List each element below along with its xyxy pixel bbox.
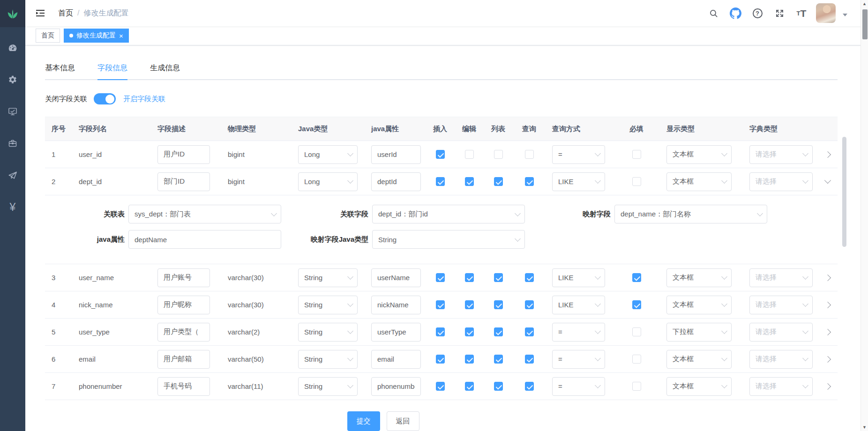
query-checkbox[interactable] [525,300,534,309]
java-type-select[interactable]: String [298,323,358,342]
page-scrollbar[interactable] [861,0,868,431]
mapping-java-type-select[interactable]: String [372,230,525,249]
user-avatar[interactable] [816,3,836,23]
toolbox-icon[interactable] [0,127,25,159]
required-checkbox[interactable] [632,355,641,364]
submit-button[interactable]: 提交 [347,411,380,431]
column-desc-input[interactable] [157,268,210,287]
required-checkbox[interactable] [632,177,641,186]
toggle-active-label[interactable]: 开启字段关联 [123,95,165,104]
tab-gen-info[interactable]: 生成信息 [150,59,180,79]
query-way-select[interactable]: LIKE [552,296,605,314]
tag-home[interactable]: 首页 [36,29,60,43]
java-attr-input[interactable] [371,350,421,369]
scroll-up-arrow-icon[interactable] [861,1,868,6]
expand-row-icon[interactable] [824,274,831,281]
edit-checkbox[interactable] [465,355,474,364]
expand-row-icon[interactable] [824,301,831,308]
list-checkbox[interactable] [494,355,503,364]
query-way-select[interactable]: LIKE [552,172,605,191]
font-size-icon[interactable]: TT [794,5,809,21]
required-checkbox[interactable] [632,150,641,159]
edit-checkbox[interactable] [465,177,474,186]
java-type-select[interactable]: String [298,268,358,287]
java-attr-input[interactable] [371,377,421,396]
breadcrumb-home[interactable]: 首页 [58,8,73,18]
java-attr-input[interactable] [371,145,421,164]
dict-type-select[interactable]: 请选择 [749,350,813,369]
insert-checkbox[interactable] [436,355,445,364]
search-icon[interactable] [706,5,721,21]
tag-close-icon[interactable] [119,32,123,39]
java-type-select[interactable]: String [298,296,358,314]
field-relation-switch[interactable] [94,93,116,104]
edit-checkbox[interactable] [465,327,474,336]
insert-checkbox[interactable] [436,300,445,309]
tag-edit-gen-config[interactable]: 修改生成配置 [64,29,129,43]
collapse-row-icon[interactable] [824,177,831,184]
display-type-select[interactable]: 文本框 [666,350,732,369]
column-desc-input[interactable] [157,350,210,369]
display-type-select[interactable]: 文本框 [666,296,732,314]
query-way-select[interactable]: = [552,323,605,342]
dict-type-select[interactable]: 请选择 [749,268,813,287]
query-way-select[interactable]: LIKE [552,268,605,287]
query-way-select[interactable]: = [552,145,605,164]
java-type-select[interactable]: String [298,377,358,396]
help-icon[interactable] [750,5,765,21]
edit-checkbox[interactable] [465,273,474,282]
dict-type-select[interactable]: 请选择 [749,172,813,191]
java-attr-input[interactable] [371,296,421,314]
mapping-field-select[interactable]: dept_name：部门名称 [614,205,767,223]
query-way-select[interactable]: = [552,377,605,396]
edit-checkbox[interactable] [465,150,474,159]
edit-checkbox[interactable] [465,382,474,391]
display-type-select[interactable]: 文本框 [666,145,732,164]
query-way-select[interactable]: = [552,350,605,369]
yen-icon[interactable] [0,191,25,223]
page-scrollbar-thumb[interactable] [862,9,868,39]
mapping-java-attr-input[interactable] [128,230,281,249]
column-desc-input[interactable] [157,377,210,396]
column-desc-input[interactable] [157,323,210,342]
relation-table-select[interactable]: sys_dept：部门表 [128,205,281,223]
java-attr-input[interactable] [371,268,421,287]
insert-checkbox[interactable] [436,177,445,186]
scroll-down-arrow-icon[interactable] [861,425,868,430]
dashboard-icon[interactable] [0,32,25,64]
back-button[interactable]: 返回 [387,411,419,431]
java-attr-input[interactable] [371,172,421,191]
expand-row-icon[interactable] [824,151,831,157]
java-type-select[interactable]: Long [298,145,358,164]
send-plane-icon[interactable] [0,159,25,191]
required-checkbox[interactable] [632,273,641,282]
insert-checkbox[interactable] [436,382,445,391]
tab-basic-info[interactable]: 基本信息 [45,59,75,79]
query-checkbox[interactable] [525,177,534,186]
query-checkbox[interactable] [525,382,534,391]
list-checkbox[interactable] [494,300,503,309]
insert-checkbox[interactable] [436,273,445,282]
display-type-select[interactable]: 文本框 [666,377,732,396]
column-desc-input[interactable] [157,296,210,314]
table-scrollbar-thumb[interactable] [842,137,846,247]
column-desc-input[interactable] [157,172,210,191]
java-type-select[interactable]: String [298,350,358,369]
sidebar-toggle-icon[interactable] [35,7,47,19]
dict-type-select[interactable]: 请选择 [749,145,813,164]
list-checkbox[interactable] [494,273,503,282]
java-attr-input[interactable] [371,323,421,342]
edit-checkbox[interactable] [465,300,474,309]
github-icon[interactable] [728,5,743,21]
required-checkbox[interactable] [632,327,641,336]
query-checkbox[interactable] [525,273,534,282]
list-checkbox[interactable] [494,327,503,336]
required-checkbox[interactable] [632,300,641,309]
monitor-chart-icon[interactable] [0,96,25,127]
list-checkbox[interactable] [494,150,503,159]
tab-field-info[interactable]: 字段信息 [97,59,127,79]
display-type-select[interactable]: 文本框 [666,268,732,287]
app-logo[interactable] [0,0,25,27]
list-checkbox[interactable] [494,177,503,186]
fullscreen-icon[interactable] [772,5,787,21]
